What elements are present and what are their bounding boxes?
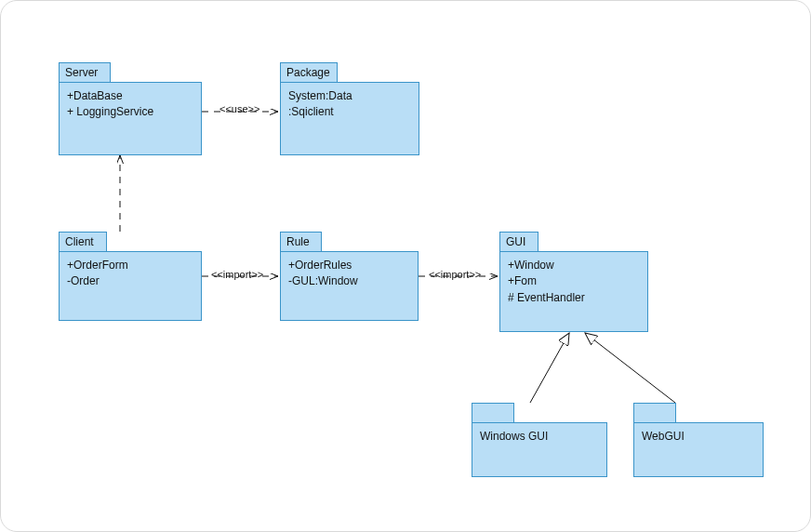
- package-windowsgui-body: Windows GUI: [472, 422, 607, 477]
- edge-windowsgui-to-gui: [530, 333, 569, 403]
- label-server-to-package: <<use>>: [219, 103, 259, 114]
- package-attr: -GUL:Window: [288, 273, 410, 289]
- package-client-body: +OrderForm -Order: [59, 251, 202, 321]
- package-rule[interactable]: Rule +OrderRules -GUL:Window: [280, 232, 419, 321]
- package-package-title: Package: [280, 62, 338, 83]
- package-rule-body: +OrderRules -GUL:Window: [280, 251, 419, 321]
- package-package[interactable]: Package System:Data :Sqiclient: [280, 62, 419, 155]
- package-attr: +OrderForm: [67, 258, 193, 273]
- package-windowsgui-tab: [472, 403, 514, 423]
- label-client-to-rule: <<import>>: [211, 269, 263, 280]
- package-attr: System:Data: [288, 88, 411, 104]
- package-server-title: Server: [59, 62, 111, 83]
- package-attr: +DataBase: [67, 88, 193, 104]
- package-attr: # EventHandler: [508, 290, 640, 306]
- package-attr: +Fom: [508, 273, 640, 289]
- package-webgui-body: WebGUI: [633, 422, 764, 477]
- package-client[interactable]: Client +OrderForm -Order: [59, 232, 202, 321]
- package-client-title: Client: [59, 232, 107, 252]
- package-webgui[interactable]: WebGUI: [633, 403, 764, 477]
- package-gui-body: +Window +Fom # EventHandler: [499, 251, 648, 332]
- package-attr: + LoggingService: [67, 104, 193, 120]
- package-webgui-title: WebGUI: [642, 429, 755, 445]
- package-webgui-tab: [633, 403, 676, 423]
- package-gui[interactable]: GUI +Window +Fom # EventHandler: [499, 232, 648, 332]
- package-attr: +Window: [508, 258, 640, 273]
- package-gui-title: GUI: [499, 232, 538, 252]
- package-server-body: +DataBase + LoggingService: [59, 82, 202, 155]
- package-rule-title: Rule: [280, 232, 322, 252]
- package-attr: -Order: [67, 273, 193, 289]
- package-windowsgui[interactable]: Windows GUI: [472, 403, 607, 477]
- package-server[interactable]: Server +DataBase + LoggingService: [59, 62, 202, 155]
- label-rule-to-gui: <<import>>: [429, 269, 481, 280]
- package-package-body: System:Data :Sqiclient: [280, 82, 419, 155]
- package-attr: +OrderRules: [288, 258, 410, 273]
- package-attr: :Sqiclient: [288, 104, 411, 120]
- package-windowsgui-title: Windows GUI: [480, 429, 599, 445]
- diagram-canvas: <<use>> <<use>> <<import>> <<import>> Se…: [0, 0, 811, 532]
- edge-webgui-to-gui: [585, 333, 675, 403]
